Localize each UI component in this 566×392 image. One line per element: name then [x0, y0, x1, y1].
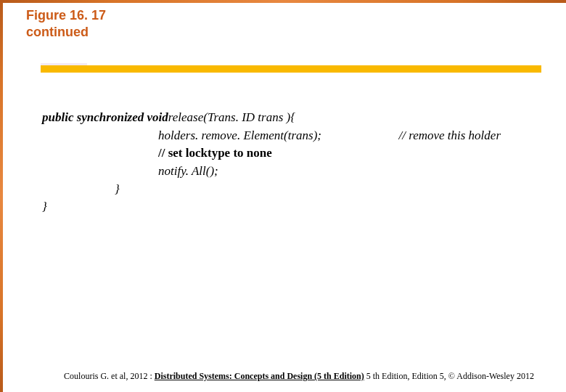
code-stmt-remove: holders. remove. Element(trans);	[42, 127, 321, 145]
footer-suffix: 5 th Edition, Edition 5, © Addison-Wesle…	[364, 371, 534, 381]
code-sig: release(Trans. ID trans ){	[168, 109, 295, 127]
slide-left-border	[0, 0, 3, 392]
code-comment-locktype: // set locktype to none	[42, 144, 272, 163]
code-stmt-notify: notify. All();	[42, 163, 218, 181]
slide-top-border	[0, 0, 566, 3]
keywords: public synchronized void	[42, 109, 168, 127]
title-underline-bar	[41, 65, 541, 73]
code-line-6: }	[42, 198, 544, 216]
code-line-3: // set locktype to none	[42, 144, 544, 163]
code-line-2: holders. remove. Element(trans); // remo…	[42, 127, 544, 145]
title-line-1: Figure 16. 17	[26, 8, 106, 23]
footer-book-title: Distributed Systems: Concepts and Design…	[155, 371, 364, 381]
title-line-2: continued	[26, 25, 89, 39]
footer-prefix: Coulouris G. et al, 2012 :	[64, 371, 155, 381]
code-comment-remove: // remove this holder	[398, 127, 501, 145]
footer-citation: Coulouris G. et al, 2012 : Distributed S…	[39, 371, 559, 382]
code-line-4: notify. All();	[42, 163, 544, 181]
figure-title: Figure 16. 17 continued	[26, 7, 106, 40]
code-line-1: public synchronized void release(Trans. …	[42, 109, 544, 127]
code-close-inner: }	[42, 181, 120, 199]
code-line-5: }	[42, 181, 544, 199]
code-block: public synchronized void release(Trans. …	[42, 109, 544, 216]
code-close-outer: }	[42, 198, 47, 216]
